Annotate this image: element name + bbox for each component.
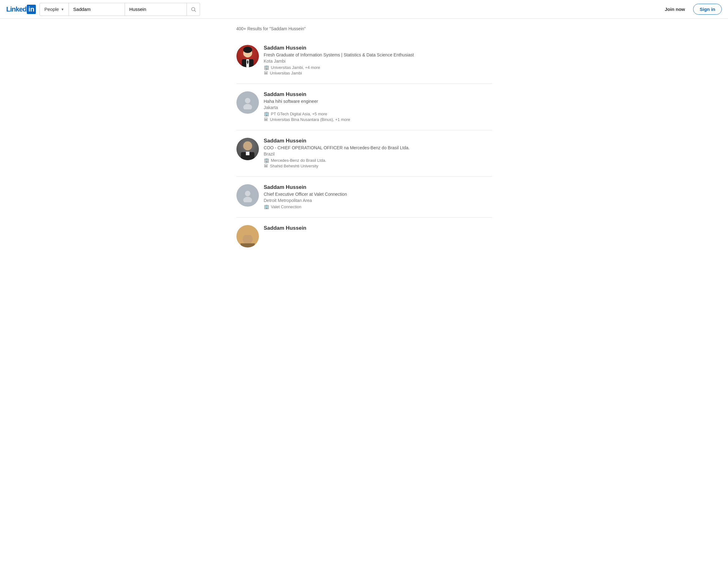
education-text: Universitas Jambi bbox=[270, 71, 302, 76]
education-text: Shahid Beheshti University bbox=[270, 163, 318, 168]
person-name[interactable]: Saddam Hussein bbox=[264, 225, 492, 231]
graduation-icon: 🏛 bbox=[264, 163, 268, 168]
search-button[interactable] bbox=[187, 3, 200, 16]
search-first-name-input[interactable] bbox=[68, 3, 125, 16]
logo-linked-text: Linked bbox=[6, 5, 26, 13]
search-area: People ▼ bbox=[39, 3, 258, 16]
company-text: Mercedes-Benz do Brasil Ltda. bbox=[271, 158, 326, 163]
person-name[interactable]: Saddam Hussein bbox=[264, 138, 492, 144]
default-avatar-icon bbox=[241, 96, 255, 109]
svg-point-13 bbox=[243, 197, 252, 202]
person-education: 🏛 Shahid Beheshti University bbox=[264, 163, 492, 168]
svg-point-7 bbox=[245, 98, 251, 104]
search-last-name-input[interactable] bbox=[125, 3, 187, 16]
avatar bbox=[237, 91, 259, 114]
person-name[interactable]: Saddam Hussein bbox=[264, 91, 492, 98]
person-card[interactable]: Saddam Hussein COO - CHIEF OPERATIONAL O… bbox=[237, 130, 492, 177]
graduation-icon: 🏛 bbox=[264, 71, 268, 76]
avatar bbox=[237, 225, 259, 247]
default-avatar-icon bbox=[241, 189, 255, 202]
person-headline: Haha hihi software engineer bbox=[264, 99, 492, 104]
person-company: 🏢 Valet Connection bbox=[264, 204, 492, 209]
person-card[interactable]: Saddam Hussein Fresh Graduate of Informa… bbox=[237, 37, 492, 84]
graduation-icon: 🏛 bbox=[264, 117, 268, 122]
building-icon: 🏢 bbox=[264, 65, 269, 70]
person-info: Saddam Hussein Chief Executive Officer a… bbox=[264, 184, 492, 210]
person-headline: Chief Executive Officer at Valet Connect… bbox=[264, 192, 492, 197]
person-company: 🏢 Universitas Jambi, +4 more bbox=[264, 65, 492, 70]
svg-point-14 bbox=[243, 235, 253, 244]
person-location: Detroit Metropolitan Area bbox=[264, 198, 492, 203]
join-now-link[interactable]: Join now bbox=[661, 4, 689, 14]
avatar bbox=[237, 45, 259, 67]
person-education: 🏛 Universitas Bina Nusantara (Binus), +1… bbox=[264, 117, 492, 122]
building-icon: 🏢 bbox=[264, 111, 269, 116]
search-icon bbox=[191, 7, 196, 12]
chevron-down-icon: ▼ bbox=[61, 7, 64, 11]
person-company: 🏢 Mercedes-Benz do Brasil Ltda. bbox=[264, 158, 492, 163]
person-info: Saddam Hussein Haha hihi software engine… bbox=[264, 91, 492, 122]
svg-point-8 bbox=[243, 104, 252, 109]
avatar bbox=[237, 138, 259, 160]
svg-point-3 bbox=[243, 47, 252, 53]
company-text: Universitas Jambi, +4 more bbox=[271, 65, 320, 70]
sign-in-button[interactable]: Sign in bbox=[693, 4, 722, 15]
person-headline: COO - CHIEF OPERATIONAL OFFICER na Merce… bbox=[264, 145, 492, 150]
education-text: Universitas Bina Nusantara (Binus), +1 m… bbox=[270, 117, 350, 122]
person-location: Kota Jambi bbox=[264, 59, 492, 64]
svg-rect-15 bbox=[241, 243, 255, 247]
avatar-photo-1 bbox=[237, 45, 259, 67]
svg-point-0 bbox=[191, 7, 195, 11]
person-name[interactable]: Saddam Hussein bbox=[264, 45, 492, 51]
filter-label: People bbox=[44, 7, 59, 12]
results-count: 400+ Results for "Saddam Hussein" bbox=[237, 26, 492, 31]
person-name[interactable]: Saddam Hussein bbox=[264, 184, 492, 191]
company-text: Valet Connection bbox=[271, 205, 302, 209]
svg-point-9 bbox=[243, 141, 252, 150]
person-headline: Fresh Graduate of Information Systems | … bbox=[264, 52, 492, 58]
svg-point-12 bbox=[245, 191, 251, 196]
svg-line-1 bbox=[194, 10, 196, 11]
person-education: 🏛 Universitas Jambi bbox=[264, 71, 492, 76]
person-location: Jakarta bbox=[264, 105, 492, 110]
avatar bbox=[237, 184, 259, 207]
person-card[interactable]: Saddam Hussein Haha hihi software engine… bbox=[237, 84, 492, 130]
building-icon: 🏢 bbox=[264, 204, 269, 209]
person-card[interactable]: Saddam Hussein Chief Executive Officer a… bbox=[237, 177, 492, 218]
svg-rect-11 bbox=[246, 152, 250, 155]
linkedin-logo[interactable]: Linkedin bbox=[6, 5, 36, 14]
logo-in-box: in bbox=[27, 5, 36, 14]
avatar-photo-3 bbox=[237, 235, 259, 247]
person-location: Brazil bbox=[264, 151, 492, 156]
avatar-photo-2 bbox=[237, 138, 259, 160]
company-text: PT GTech Digital Asia, +5 more bbox=[271, 112, 327, 116]
person-info: Saddam Hussein Fresh Graduate of Informa… bbox=[264, 45, 492, 76]
person-info: Saddam Hussein bbox=[264, 225, 492, 233]
header: Linkedin People ▼ Join now Sign in bbox=[0, 0, 728, 19]
person-company: 🏢 PT GTech Digital Asia, +5 more bbox=[264, 111, 492, 116]
person-info: Saddam Hussein COO - CHIEF OPERATIONAL O… bbox=[264, 138, 492, 169]
search-filter-dropdown[interactable]: People ▼ bbox=[39, 3, 68, 16]
person-card[interactable]: Saddam Hussein bbox=[237, 218, 492, 255]
building-icon: 🏢 bbox=[264, 158, 269, 163]
main-content: 400+ Results for "Saddam Hussein" bbox=[230, 19, 498, 262]
